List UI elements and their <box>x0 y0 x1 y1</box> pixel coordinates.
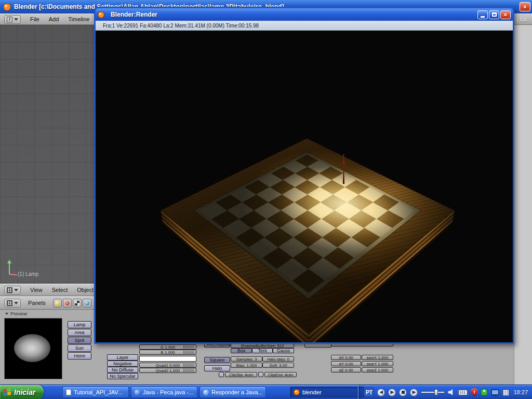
slider-blue[interactable]: B 1.000 <box>139 350 196 355</box>
task-label: blender <box>302 389 322 395</box>
lamp-type-lamp[interactable]: Lamp <box>68 321 91 328</box>
taskbar-item-tutorial[interactable]: Tutorial_API_JAV... <box>62 387 129 398</box>
taskbar-item-browser[interactable]: Responder a Java... <box>200 387 266 398</box>
field-halo-step[interactable]: Halo step: 0 <box>262 356 294 362</box>
menu-add[interactable]: Add <box>49 16 59 22</box>
render-window-titlebar[interactable]: Blender:Render <box>96 8 513 21</box>
network-monitor-icon[interactable] <box>491 389 499 395</box>
slider-track <box>421 391 445 393</box>
lamp-color-swatch[interactable] <box>139 356 196 362</box>
render-window-title: Blender:Render <box>111 11 157 18</box>
minimize-button[interactable] <box>477 10 488 19</box>
task-label: Responder a Java... <box>211 389 262 395</box>
filter-gauss[interactable]: Gauss <box>273 348 294 353</box>
volume-slider[interactable] <box>421 389 445 396</box>
field-dy[interactable]: dY 0.00 <box>331 361 361 366</box>
media-play-button[interactable] <box>388 389 396 396</box>
chessboard <box>161 138 455 335</box>
panels-menu[interactable]: Panels <box>28 300 46 306</box>
security-shield-icon[interactable] <box>471 388 477 396</box>
toggle-layer[interactable]: Layer <box>107 354 138 361</box>
start-button[interactable]: Iniciar <box>0 385 44 399</box>
taskbar-item-blender[interactable]: blender <box>290 387 365 398</box>
field-clip-end[interactable]: ClipEnd: Auto <box>264 372 297 377</box>
menu-file[interactable]: File <box>30 16 39 22</box>
media-next-button[interactable] <box>410 389 418 396</box>
toggle-no-specular[interactable]: No Specular <box>107 373 138 379</box>
taskbar-item-java-editor[interactable]: Java - Peca.java -... <box>131 387 197 398</box>
windows-flag-icon <box>3 388 11 397</box>
buttons-type-button[interactable] <box>4 299 21 308</box>
menu-timeline[interactable]: Timeline <box>68 16 89 22</box>
preview-panel-tab[interactable]: Preview <box>5 311 27 316</box>
lamp-type-sun[interactable]: Sun <box>68 344 91 352</box>
close-button[interactable] <box>500 10 511 19</box>
texture-context-button[interactable] <box>73 299 82 308</box>
taskbar-clock[interactable]: 18:27 <box>512 389 528 395</box>
media-prev-button[interactable] <box>377 389 385 396</box>
slider-thumb[interactable] <box>434 389 438 395</box>
field-dx[interactable]: dX 0.00 <box>331 355 361 360</box>
menu-object[interactable]: Object <box>77 287 94 293</box>
grid-icon <box>7 287 12 293</box>
render-canvas <box>96 31 513 342</box>
slider-quad1[interactable]: Quad1 0.000 <box>139 363 196 368</box>
field-samples[interactable]: Samples: 3 <box>231 356 262 362</box>
system-tray: PT 18:27 <box>358 385 532 399</box>
window-type-button[interactable] <box>4 15 21 24</box>
active-object-label: (1) Lamp <box>18 271 38 277</box>
viewport-type-button[interactable] <box>4 286 21 295</box>
field-clip-start[interactable]: ClipSta: Auto <box>225 372 257 377</box>
grid-tray-icon[interactable] <box>502 389 509 396</box>
toggle-negative[interactable]: Negative <box>107 361 138 367</box>
auto-clip-start-button[interactable] <box>219 372 224 377</box>
browser-icon <box>203 390 209 395</box>
field-soft[interactable]: Soft: 3.00 <box>262 363 294 368</box>
language-indicator[interactable]: PT <box>364 388 374 397</box>
blender-app-icon <box>3 3 11 11</box>
info-icon <box>7 17 12 22</box>
lamp-preview <box>4 318 62 379</box>
material-context-button[interactable] <box>63 299 72 308</box>
chevron-down-icon <box>14 302 18 304</box>
desktop: (1) Lamp Blender [c:\Documents and Setti… <box>0 0 532 399</box>
auto-clip-end-button[interactable] <box>258 372 263 377</box>
field-bias[interactable]: Bias: 1.000 <box>231 363 262 368</box>
lamp-type-hemi[interactable]: Hemi <box>68 352 91 360</box>
chessboard-top-face <box>161 138 455 335</box>
field-sizez[interactable]: sizeZ 1.000 <box>362 367 393 373</box>
media-stop-button[interactable] <box>399 389 407 396</box>
render-stats-bar: Fra:1 Ve:22691 Fa:40480 La:2 Mem:31.41M … <box>96 21 513 31</box>
menu-view[interactable]: View <box>30 287 43 293</box>
slider-green[interactable]: G 1.000 <box>139 344 196 350</box>
toggle-square[interactable]: Square <box>204 357 230 363</box>
filter-box[interactable]: Box <box>231 348 252 353</box>
messenger-icon[interactable] <box>481 389 488 396</box>
field-sizex[interactable]: sizeX 1.000 <box>362 355 393 360</box>
lamp-type-area[interactable]: Area <box>68 329 91 336</box>
menu-select[interactable]: Select <box>52 287 68 293</box>
toggle-no-diffuse[interactable]: No Diffuse <box>107 367 138 373</box>
keyboard-icon[interactable] <box>458 390 468 395</box>
blender-icon <box>294 389 300 395</box>
world-globe-icon <box>85 301 89 305</box>
filter-tent[interactable]: Tent <box>252 348 273 353</box>
lamp-context-button[interactable] <box>53 299 62 308</box>
task-label: Java - Peca.java -... <box>143 389 193 395</box>
slider-quad2[interactable]: Quad2 1.000 <box>139 368 196 373</box>
main-close-button[interactable] <box>520 2 530 11</box>
right-panel-strip <box>514 25 532 384</box>
prev-icon <box>379 391 383 394</box>
speaker-icon[interactable] <box>448 389 455 395</box>
toggle-halo[interactable]: Halo <box>204 365 230 371</box>
blender-app-icon <box>98 11 104 18</box>
world-context-button[interactable] <box>83 299 91 308</box>
lamp-type-spot[interactable]: Spot <box>68 337 91 344</box>
field-dz[interactable]: dZ 0.00 <box>331 367 361 373</box>
header-stats-right: | La: <box>517 16 528 22</box>
maximize-icon <box>492 12 497 17</box>
field-sizey[interactable]: sizeY 1.000 <box>362 361 393 366</box>
texture-checker-icon <box>75 301 79 305</box>
maximize-button[interactable] <box>489 10 499 19</box>
preview-tab-label: Preview <box>10 311 27 316</box>
